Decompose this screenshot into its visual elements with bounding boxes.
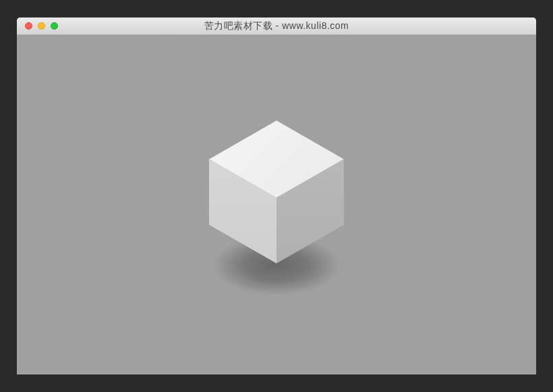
maximize-button[interactable]: [51, 22, 58, 30]
window-titlebar: 苦力吧素材下载 - www.kuli8.com: [17, 18, 536, 35]
minimize-button[interactable]: [38, 22, 45, 30]
content-area: [17, 35, 536, 374]
close-button[interactable]: [25, 22, 32, 30]
browser-window: 苦力吧素材下载 - www.kuli8.com: [17, 18, 536, 374]
window-title: 苦力吧素材下载 - www.kuli8.com: [17, 20, 536, 32]
cube-icon: [209, 121, 344, 255]
traffic-lights: [17, 22, 58, 30]
cube-graphic: [209, 121, 344, 275]
